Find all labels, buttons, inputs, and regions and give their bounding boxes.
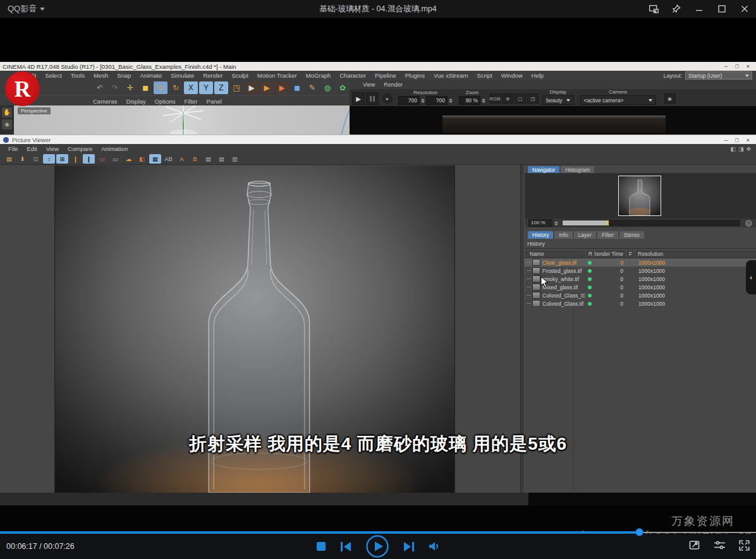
c4d-menu-snap[interactable]: Snap xyxy=(113,72,135,79)
layout-select[interactable]: Startup (User) xyxy=(685,71,752,80)
zoom-field[interactable]: 80 % xyxy=(459,96,480,105)
scale-icon[interactable]: ◼ xyxy=(138,81,152,94)
pin-icon[interactable] xyxy=(665,0,688,18)
volume-icon[interactable] xyxy=(429,542,440,551)
pv-menu-view[interactable]: View xyxy=(42,145,63,152)
next-button[interactable] xyxy=(404,542,414,551)
rv-pause-button[interactable] xyxy=(366,92,379,105)
c4d-menu-simulate[interactable]: Simulate xyxy=(166,72,198,79)
c4d-menu-script[interactable]: Script xyxy=(473,72,497,79)
filmstrip-icon[interactable]: ▤ xyxy=(202,154,214,164)
compare-frame-a-icon[interactable]: ▭ xyxy=(96,154,108,164)
open-file-icon[interactable]: ▤ xyxy=(3,154,15,164)
lock-x-icon[interactable]: X xyxy=(184,81,198,94)
alpha-globe-icon[interactable]: ⊕ xyxy=(502,93,513,104)
column-header-name[interactable]: Name xyxy=(525,250,585,258)
c4d-menu-animate[interactable]: Animate xyxy=(135,72,166,79)
stepper-icon[interactable] xyxy=(554,221,558,225)
previous-button[interactable] xyxy=(341,542,351,551)
maximize-icon[interactable]: □ xyxy=(735,137,738,143)
redo-icon[interactable]: ↷ xyxy=(108,81,122,94)
stepper-icon[interactable] xyxy=(482,99,485,103)
table-row[interactable]: Colored_Glass.tif01000x1000 xyxy=(525,299,756,308)
column-header-resolution[interactable]: Resolution xyxy=(635,250,756,258)
display-select[interactable]: beauty xyxy=(542,95,574,105)
column-header-f[interactable]: F xyxy=(626,250,635,258)
panel-collapse-tab[interactable]: ‹ xyxy=(746,260,756,294)
table-row[interactable]: smoky_white.tif01000x1000 xyxy=(525,275,756,283)
filmstrip-save-icon[interactable]: ▤ xyxy=(216,154,228,164)
resolution-width-field[interactable]: 700 xyxy=(398,96,420,105)
pv-menu-file[interactable]: File xyxy=(4,145,22,152)
rv-play-button[interactable]: ▶ xyxy=(352,92,365,105)
move-icon[interactable]: ✛ xyxy=(123,81,137,94)
rgb-channels-button[interactable]: RGB xyxy=(489,93,501,104)
last-tool-icon[interactable]: ↻ xyxy=(169,81,183,94)
set-a-icon[interactable]: A xyxy=(176,154,188,164)
progress-thumb[interactable] xyxy=(635,528,643,536)
viewport-menu-options[interactable]: Options xyxy=(150,98,180,105)
navigator-thumbnail[interactable] xyxy=(618,176,661,216)
playlist-settings-icon[interactable] xyxy=(714,540,726,553)
c4d-menu-render[interactable]: Render xyxy=(198,72,227,79)
pv-menu-animation[interactable]: Animation xyxy=(97,145,132,152)
primitive-cube-icon[interactable]: ◼ xyxy=(290,81,304,94)
viewport-menu-cameras[interactable]: Cameras xyxy=(88,98,122,105)
close-icon[interactable]: × xyxy=(747,63,750,69)
zoom-100-icon[interactable]: ⊡ xyxy=(30,154,42,164)
app-menu[interactable]: QQ影音 xyxy=(8,3,45,15)
tab-stereo[interactable]: Stereo xyxy=(619,231,644,239)
page-a-icon[interactable]: ❙ xyxy=(70,154,82,164)
viewport-menu-filter[interactable]: Filter xyxy=(180,98,202,105)
fullscreen-icon[interactable] xyxy=(739,540,750,553)
compare-cloud-icon[interactable]: ☁ xyxy=(123,154,135,164)
table-row[interactable]: Colored_Glass_01.tif01000x1000 xyxy=(525,291,756,299)
nav-zoom-handle[interactable] xyxy=(607,220,609,225)
dock-right-icon[interactable]: ◨ xyxy=(738,146,744,152)
maximize-icon[interactable]: □ xyxy=(735,63,738,69)
undock-icon[interactable]: ✥ xyxy=(746,146,751,152)
nav-zoom-slider[interactable] xyxy=(562,220,740,226)
play-button[interactable] xyxy=(366,535,389,558)
close-icon[interactable]: × xyxy=(747,137,750,143)
maximize-icon[interactable] xyxy=(710,0,733,18)
c4d-menu-sculpt[interactable]: Sculpt xyxy=(227,72,252,79)
c4d-menu-pipeline[interactable]: Pipeline xyxy=(370,72,401,79)
lock-y-icon[interactable]: Y xyxy=(199,81,213,94)
nav-zoom-field[interactable]: 100 % xyxy=(528,219,552,227)
pv-menu-edit[interactable]: Edit xyxy=(22,145,41,152)
table-row[interactable]: Mixed_glass.tif01000x1000 xyxy=(525,283,756,291)
set-b-icon[interactable]: B xyxy=(189,154,201,164)
rv-step-button[interactable]: ▸ xyxy=(382,93,393,104)
navigator-preview[interactable] xyxy=(525,173,756,219)
column-header-render-time[interactable]: Render Time xyxy=(594,250,626,258)
render-view-icon[interactable]: ▶ xyxy=(245,81,259,94)
split-vertical-icon[interactable]: ◧ xyxy=(136,154,148,164)
zoom-plus-icon[interactable]: + xyxy=(745,220,752,227)
stepper-icon[interactable] xyxy=(421,99,425,103)
table-row[interactable]: Clear_glass.tif01000x1000 xyxy=(525,258,756,267)
c4d-menu-help[interactable]: Help xyxy=(527,72,549,79)
rv-menu-render[interactable]: Render xyxy=(379,81,407,88)
stepper-icon[interactable] xyxy=(449,99,453,103)
screenshot-tool-icon[interactable] xyxy=(689,540,700,553)
fit-screen-icon[interactable]: ⊞ xyxy=(56,154,68,164)
tab-layer[interactable]: Layer xyxy=(574,231,596,239)
minimize-icon[interactable] xyxy=(688,0,710,18)
tab-info[interactable]: Info xyxy=(554,231,572,239)
viewport-menu-display[interactable]: Display xyxy=(122,98,150,105)
stop-button[interactable] xyxy=(317,542,326,551)
model-mode-icon[interactable]: ◈ xyxy=(2,119,12,129)
minimize-icon[interactable]: – xyxy=(724,137,728,143)
rv-menu-view[interactable]: View xyxy=(358,81,379,88)
ab-compare-icon[interactable]: AB xyxy=(162,154,174,164)
coordinate-system-icon[interactable]: ◳ xyxy=(229,81,243,94)
tab-history[interactable]: History xyxy=(528,231,553,239)
camera-select[interactable]: <active camera> xyxy=(580,95,656,105)
c4d-menu-window[interactable]: Window xyxy=(497,72,527,79)
fit-height-icon[interactable]: ↕ xyxy=(43,154,55,164)
mograph-icon[interactable]: ✿ xyxy=(336,81,350,94)
tab-filter[interactable]: Filter xyxy=(597,231,618,239)
c4d-menu-character[interactable]: Character xyxy=(335,72,370,79)
pv-menu-compare[interactable]: Compare xyxy=(63,145,97,152)
